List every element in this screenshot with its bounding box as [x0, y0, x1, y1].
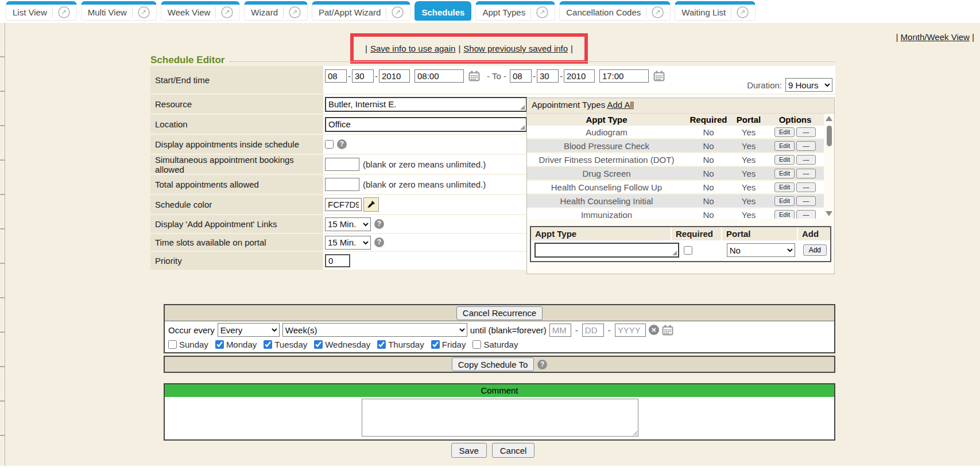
portal-interval-select[interactable]: 15 Min.	[325, 236, 371, 250]
popout-icon[interactable]: ↗	[652, 6, 664, 18]
tab-week-view[interactable]: Week View ↗	[161, 1, 240, 21]
new-appt-portal-select[interactable]: No	[727, 243, 795, 257]
day-friday[interactable]: Friday	[431, 340, 466, 349]
new-appt-required-checkbox[interactable]	[684, 246, 692, 255]
remove-button[interactable]: —	[796, 210, 816, 219]
day-monday[interactable]: Monday	[215, 340, 257, 349]
popout-icon[interactable]: ↗	[392, 6, 404, 18]
total-appts-input[interactable]	[325, 178, 359, 191]
edit-button[interactable]: Edit	[774, 210, 795, 219]
day-friday-checkbox[interactable]	[431, 340, 440, 349]
start-day-input[interactable]	[352, 69, 374, 83]
tab-cancellation-codes[interactable]: Cancellation Codes ↗	[559, 1, 671, 21]
occur-unit-select[interactable]: Week(s)	[282, 323, 467, 337]
save-button[interactable]: Save	[451, 443, 487, 458]
edit-button[interactable]: Edit	[774, 127, 795, 137]
table-row: Health Counseling Follow Up No Yes Edit …	[527, 181, 824, 194]
cancel-button[interactable]: Cancel	[492, 443, 535, 458]
color-picker-button[interactable]	[363, 197, 379, 212]
priority-input[interactable]	[325, 254, 350, 267]
until-year-input[interactable]	[615, 324, 646, 337]
scroll-down-arrow[interactable]	[826, 211, 832, 216]
end-month-input[interactable]	[510, 69, 532, 83]
edit-button[interactable]: Edit	[774, 196, 795, 206]
edit-button[interactable]: Edit	[774, 155, 795, 165]
simultaneous-input[interactable]	[325, 158, 359, 171]
occur-every-select[interactable]: Every	[218, 323, 280, 337]
popout-icon[interactable]: ↗	[536, 6, 548, 18]
day-wednesday[interactable]: Wednesday	[314, 340, 370, 349]
popout-icon[interactable]: ↗	[289, 6, 301, 18]
help-icon[interactable]: ?	[337, 139, 347, 149]
end-time-input[interactable]	[599, 69, 649, 83]
location-combo	[325, 117, 527, 132]
tab-pat-appt-wizard[interactable]: Pat/Appt Wizard ↗	[312, 1, 410, 21]
edit-button[interactable]: Edit	[774, 182, 795, 192]
add-links-interval-select[interactable]: 15 Min.	[325, 217, 371, 231]
remove-button[interactable]: —	[796, 155, 816, 165]
help-icon[interactable]: ?	[374, 238, 384, 247]
title-rule	[229, 61, 835, 62]
show-saved-info-link[interactable]: Show previously saved info	[463, 44, 568, 53]
save-info-link[interactable]: Save info to use again	[370, 44, 455, 53]
calendar-icon[interactable]	[662, 325, 673, 336]
day-wednesday-checkbox[interactable]	[314, 340, 323, 349]
day-thursday-checkbox[interactable]	[377, 340, 386, 349]
location-input[interactable]	[325, 117, 527, 132]
start-year-input[interactable]	[379, 69, 410, 83]
help-icon[interactable]: ?	[537, 360, 547, 369]
schedule-color-input[interactable]	[325, 198, 362, 211]
calendar-icon[interactable]	[653, 71, 665, 81]
divider	[283, 7, 284, 18]
scroll-up-arrow[interactable]	[826, 116, 832, 121]
scroll-thumb[interactable]	[827, 126, 832, 146]
edit-button[interactable]: Edit	[774, 141, 795, 151]
remove-button[interactable]: —	[796, 169, 816, 178]
new-appt-type-input[interactable]	[534, 243, 679, 258]
calendar-icon[interactable]	[468, 71, 480, 81]
display-appts-checkbox[interactable]	[325, 140, 334, 149]
until-month-input[interactable]	[549, 324, 571, 337]
month-week-view-link[interactable]: Month/Week View	[901, 32, 970, 42]
popout-icon[interactable]: ↗	[737, 6, 749, 18]
duration-select[interactable]: 9 Hours	[785, 78, 832, 92]
add-appt-type-header: Appt Type Required Portal Add	[531, 227, 830, 240]
day-saturday-checkbox[interactable]	[472, 340, 481, 349]
resource-input[interactable]	[325, 97, 527, 112]
tab-appt-types[interactable]: Appt Types ↗	[475, 1, 555, 21]
day-tuesday[interactable]: Tuesday	[264, 340, 307, 349]
tab-schedules[interactable]: Schedules	[415, 1, 471, 21]
day-saturday[interactable]: Saturday	[472, 340, 518, 349]
day-tuesday-checkbox[interactable]	[264, 340, 272, 349]
edit-button[interactable]: Edit	[774, 169, 795, 178]
comment-textarea[interactable]	[362, 399, 638, 437]
until-day-input[interactable]	[582, 324, 604, 337]
tab-list-view[interactable]: List View ↗	[6, 1, 77, 21]
day-monday-checkbox[interactable]	[215, 340, 224, 349]
start-month-input[interactable]	[325, 69, 347, 83]
tab-wizard[interactable]: Wizard ↗	[244, 1, 308, 21]
start-time-input[interactable]	[415, 69, 464, 83]
day-sunday-checkbox[interactable]	[168, 340, 177, 349]
popout-icon[interactable]: ↗	[58, 6, 70, 18]
tab-waiting-list[interactable]: Waiting List ↗	[675, 1, 756, 21]
remove-button[interactable]: —	[796, 127, 816, 137]
add-appt-type-button[interactable]: Add	[803, 244, 827, 256]
popout-icon[interactable]: ↗	[221, 6, 233, 18]
add-all-link[interactable]: Add All	[607, 100, 634, 110]
day-thursday[interactable]: Thursday	[377, 340, 424, 349]
remove-button[interactable]: —	[796, 196, 816, 206]
copy-schedule-button[interactable]: Copy Schedule To	[452, 357, 534, 371]
cancel-recurrence-button[interactable]: Cancel Recurrence	[456, 306, 543, 320]
end-day-input[interactable]	[537, 69, 559, 83]
popout-icon[interactable]: ↗	[138, 6, 150, 18]
end-year-input[interactable]	[564, 69, 595, 83]
appt-table-scrollbar[interactable]	[824, 114, 834, 219]
help-icon[interactable]: ?	[374, 219, 384, 229]
remove-button[interactable]: —	[796, 141, 816, 151]
remove-button[interactable]: —	[796, 182, 816, 192]
clear-date-icon[interactable]: ✕	[649, 325, 659, 335]
day-sunday[interactable]: Sunday	[168, 340, 208, 349]
recurrence-section: Cancel Recurrence Occur every Every Week…	[164, 304, 835, 353]
tab-multi-view[interactable]: Multi View ↗	[81, 1, 157, 21]
